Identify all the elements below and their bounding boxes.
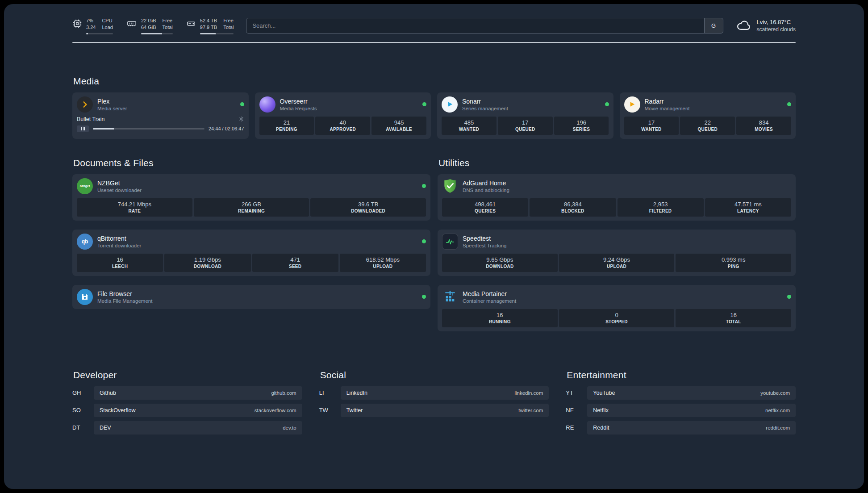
bookmark-domain: dev.to <box>283 425 296 430</box>
playback-time: 24:44 / 02:06:47 <box>209 126 244 131</box>
cpu-labels: CPULoad <box>102 17 113 31</box>
service-desc: Series management <box>462 106 601 111</box>
stat-block: 0 STOPPED <box>559 309 675 327</box>
search-provider-button[interactable]: G <box>704 18 723 33</box>
group-media: Media Plex Media server <box>72 76 796 139</box>
service-name: Speedtest <box>463 235 791 242</box>
status-dot <box>605 102 609 106</box>
memory-labels: FreeTotal <box>163 17 173 31</box>
portainer-icon <box>442 289 458 305</box>
bookmark-dev[interactable]: DT DEV dev.to <box>72 421 302 435</box>
bookmark-domain: linkedin.com <box>514 390 543 396</box>
disk-usage-bar <box>200 33 234 34</box>
bookmark-name: LinkedIn <box>346 390 367 396</box>
search-input[interactable] <box>246 18 704 33</box>
stat-block: 17 WANTED <box>624 117 679 135</box>
bookmark-group-developer: Developer GH Github github.com SO StackO… <box>72 370 302 439</box>
weather-condition: scattered clouds <box>757 26 796 33</box>
bookmark-name: YouTube <box>593 390 615 396</box>
bookmark-youtube[interactable]: YT YouTube youtube.com <box>566 386 796 400</box>
search-bar: G <box>246 18 723 33</box>
stat-block: 945 AVAILABLE <box>371 117 426 135</box>
bookmark-domain: netflix.com <box>765 408 790 413</box>
memory-widget: 22 GiB64 GiB FreeTotal <box>126 17 173 34</box>
playback-progress-bar[interactable] <box>93 128 204 130</box>
overseerr-icon <box>259 96 275 113</box>
bookmark-group-entertainment: Entertainment YT YouTube youtube.com NF … <box>566 370 796 439</box>
dashboard: 7%3.24 CPULoad <box>4 4 864 489</box>
bookmark-domain: stackoverflow.com <box>255 408 296 413</box>
sonarr-icon <box>442 96 458 113</box>
stat-block: 16 LEECH <box>77 254 163 272</box>
service-name: NZBGet <box>97 180 417 187</box>
stat-block: 485 WANTED <box>442 117 497 135</box>
service-card-plex[interactable]: Plex Media server Bullet Train <box>72 92 249 139</box>
group-utilities: Utilities <box>438 158 796 331</box>
group-title-documents: Documents & Files <box>73 158 430 168</box>
bookmark-abbr: NF <box>566 407 587 414</box>
service-desc: Media File Management <box>97 298 417 304</box>
stat-block: 21 PENDING <box>259 117 314 135</box>
service-desc: Movie management <box>645 106 783 111</box>
resource-widgets: 7%3.24 CPULoad <box>72 17 234 34</box>
service-card-adguard[interactable]: AdGuard Home DNS and adblocking 498,461 … <box>438 174 796 221</box>
stat-block: 9.24 Gbps UPLOAD <box>559 254 675 272</box>
service-card-qbittorrent[interactable]: qb qBittorrent Torrent downloader 16 LEE… <box>72 230 430 276</box>
nzbget-icon: nzbget <box>77 178 93 194</box>
service-card-filebrowser[interactable]: File Browser Media File Management <box>72 285 430 309</box>
memory-usage-bar <box>141 33 173 34</box>
service-card-radarr[interactable]: Radarr Movie management 17 WANTED 22 QUE… <box>620 92 796 139</box>
bookmark-abbr: TW <box>319 407 341 414</box>
service-card-nzbget[interactable]: nzbget NZBGet Usenet downloader 744.21 M… <box>72 174 430 221</box>
radarr-icon <box>624 96 640 113</box>
topbar-divider <box>72 42 796 43</box>
service-desc: Container management <box>463 298 783 304</box>
stat-block: 1.19 Gbps DOWNLOAD <box>164 254 250 272</box>
gear-icon[interactable] <box>238 116 244 122</box>
service-card-overseerr[interactable]: Overseerr Media Requests 21 PENDING 40 A… <box>255 92 431 139</box>
service-desc: Media server <box>97 106 236 111</box>
bookmark-domain: reddit.com <box>766 425 790 430</box>
bookmark-name: DEV <box>100 425 111 431</box>
status-dot <box>787 102 791 106</box>
service-card-sonarr[interactable]: Sonarr Series management 485 WANTED 17 Q… <box>437 92 613 139</box>
disk-icon <box>186 19 196 30</box>
service-name: Media Portainer <box>463 290 783 297</box>
group-title-developer: Developer <box>73 370 302 380</box>
bookmark-reddit[interactable]: RE Reddit reddit.com <box>566 421 796 435</box>
bookmark-abbr: YT <box>566 389 587 396</box>
bookmark-netflix[interactable]: NF Netflix netflix.com <box>566 404 796 417</box>
bookmark-group-social: Social LI LinkedIn linkedin.com TW Twitt… <box>319 370 549 439</box>
service-desc: Media Requests <box>280 106 418 111</box>
bookmark-domain: youtube.com <box>760 390 790 396</box>
weather-widget: Lviv, 16.87°C scattered clouds <box>736 18 796 33</box>
bookmark-linkedin[interactable]: LI LinkedIn linkedin.com <box>319 386 549 400</box>
bookmark-name: StackOverflow <box>100 407 136 414</box>
now-playing-title: Bullet Train <box>77 116 238 122</box>
bookmark-twitter[interactable]: TW Twitter twitter.com <box>319 404 549 417</box>
cpu-widget: 7%3.24 CPULoad <box>72 17 113 34</box>
stat-block: 9.65 Gbps DOWNLOAD <box>442 254 558 272</box>
speedtest-icon <box>442 234 458 250</box>
service-name: Sonarr <box>462 98 601 105</box>
service-card-portainer[interactable]: Media Portainer Container management 16 … <box>438 285 796 331</box>
service-desc: DNS and adblocking <box>463 188 791 193</box>
service-card-speedtest[interactable]: Speedtest Speedtest Tracking 9.65 Gbps D… <box>438 230 796 276</box>
weather-location: Lviv, 16.87°C <box>757 19 796 25</box>
cpu-usage-bar <box>86 33 113 34</box>
bookmark-abbr: GH <box>72 389 94 396</box>
pause-button[interactable] <box>77 125 89 132</box>
stat-block: 86,384 BLOCKED <box>530 198 616 217</box>
stat-block: 744.21 Mbps RATE <box>77 198 192 217</box>
stat-block: 2,953 FILTERED <box>618 198 704 217</box>
bookmark-github[interactable]: GH Github github.com <box>72 386 302 400</box>
disk-widget: 52.4 TB97.9 TB FreeTotal <box>186 17 234 34</box>
stat-block: 834 MOVIES <box>736 117 791 135</box>
service-name: qBittorrent <box>97 235 417 242</box>
memory-values: 22 GiB64 GiB <box>141 17 156 31</box>
stat-block: 196 SERIES <box>554 117 609 135</box>
disk-values: 52.4 TB97.9 TB <box>200 17 217 31</box>
status-dot <box>787 295 791 299</box>
bookmark-stackoverflow[interactable]: SO StackOverflow stackoverflow.com <box>72 404 302 417</box>
service-name: Overseerr <box>280 98 418 105</box>
